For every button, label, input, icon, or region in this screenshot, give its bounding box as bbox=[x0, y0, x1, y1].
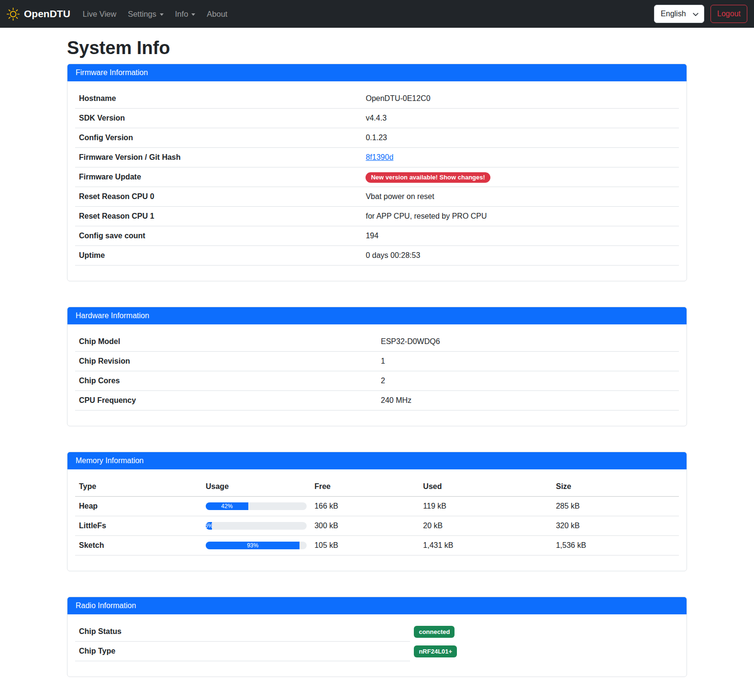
progress-bar: 42% bbox=[206, 502, 248, 510]
row-value: 2 bbox=[377, 371, 679, 391]
table-row: Chip Type nRF24L01+ bbox=[75, 642, 679, 661]
table-row: Config Version 0.1.23 bbox=[75, 128, 679, 148]
row-value: for APP CPU, reseted by PRO CPU bbox=[362, 207, 679, 226]
brand[interactable]: OpenDTU bbox=[7, 8, 70, 21]
row-label: Chip Revision bbox=[75, 352, 377, 371]
row-value: ESP32-D0WDQ6 bbox=[377, 332, 679, 352]
memory-size: 285 kB bbox=[552, 497, 679, 516]
progress-bar: 6% bbox=[206, 522, 212, 530]
firmware-card-header: Firmware Information bbox=[67, 64, 687, 81]
firmware-information-card: Firmware Information Hostname OpenDTU-0E… bbox=[67, 64, 687, 281]
row-value: 194 bbox=[362, 226, 679, 246]
row-label: Chip Status bbox=[75, 622, 410, 642]
row-value: 0.1.23 bbox=[362, 128, 679, 148]
git-hash-link[interactable]: 8f1390d bbox=[366, 153, 393, 161]
nav-link-settings[interactable]: Settings bbox=[124, 6, 167, 22]
row-value: OpenDTU-0E12C0 bbox=[362, 89, 679, 109]
row-label: Reset Reason CPU 1 bbox=[75, 207, 362, 226]
memory-card-body: Type Usage Free Used Size Heap 42% bbox=[67, 469, 687, 571]
row-value: v4.4.3 bbox=[362, 109, 679, 128]
radio-card-body: Chip Status connected Chip Type nRF24L01… bbox=[67, 614, 687, 677]
nav-link-info-label: Info bbox=[175, 10, 188, 19]
nav-link-settings-label: Settings bbox=[128, 10, 156, 19]
row-value: 240 MHz bbox=[377, 391, 679, 411]
row-label: Config save count bbox=[75, 226, 362, 246]
column-header-free: Free bbox=[310, 477, 419, 497]
table-row: Firmware Update New version available! S… bbox=[75, 167, 679, 187]
table-row: LittleFs 6% 300 kB 20 kB 320 kB bbox=[75, 516, 679, 536]
table-row: CPU Frequency 240 MHz bbox=[75, 391, 679, 411]
nav-link-info[interactable]: Info bbox=[171, 6, 200, 22]
column-header-usage: Usage bbox=[202, 477, 310, 497]
table-row: Heap 42% 166 kB 119 kB 285 kB bbox=[75, 497, 679, 516]
language-select[interactable]: English bbox=[654, 5, 704, 23]
table-row: Chip Status connected bbox=[75, 622, 679, 642]
hardware-information-card: Hardware Information Chip Model ESP32-D0… bbox=[67, 307, 687, 426]
chip-status-badge: connected bbox=[414, 626, 455, 638]
row-label: Reset Reason CPU 0 bbox=[75, 187, 362, 207]
row-label: Config Version bbox=[75, 128, 362, 148]
hardware-card-body: Chip Model ESP32-D0WDQ6 Chip Revision 1 … bbox=[67, 324, 687, 426]
progress-bar: 93% bbox=[206, 542, 299, 549]
row-value: nRF24L01+ bbox=[410, 642, 679, 661]
progress-track: 42% bbox=[206, 502, 307, 510]
language-select-value: English bbox=[661, 10, 686, 18]
table-header-row: Type Usage Free Used Size bbox=[75, 477, 679, 497]
memory-usage-cell: 93% bbox=[202, 536, 310, 556]
main-container: System Info Firmware Information Hostnam… bbox=[61, 38, 693, 677]
row-value: connected bbox=[410, 622, 679, 642]
table-row: Uptime 0 days 00:28:53 bbox=[75, 246, 679, 266]
column-header-size: Size bbox=[552, 477, 679, 497]
row-label: Firmware Update bbox=[75, 167, 362, 187]
hardware-table: Chip Model ESP32-D0WDQ6 Chip Revision 1 … bbox=[75, 332, 679, 411]
memory-table: Type Usage Free Used Size Heap 42% bbox=[75, 477, 679, 556]
row-label: Chip Cores bbox=[75, 371, 377, 391]
chip-type-badge: nRF24L01+ bbox=[414, 645, 457, 657]
brand-label: OpenDTU bbox=[24, 8, 70, 20]
row-label: Chip Model bbox=[75, 332, 377, 352]
table-row: Firmware Version / Git Hash 8f1390d bbox=[75, 148, 679, 167]
row-value: New version available! Show changes! bbox=[362, 167, 679, 187]
row-value: 1 bbox=[377, 352, 679, 371]
firmware-update-badge[interactable]: New version available! Show changes! bbox=[366, 172, 490, 183]
progress-track: 93% bbox=[206, 542, 307, 549]
firmware-table: Hostname OpenDTU-0E12C0 SDK Version v4.4… bbox=[75, 89, 679, 266]
nav-link-live-view[interactable]: Live View bbox=[79, 6, 120, 22]
memory-size: 320 kB bbox=[552, 516, 679, 536]
column-header-used: Used bbox=[419, 477, 552, 497]
navbar: OpenDTU Live View Settings Info About En… bbox=[0, 0, 754, 28]
firmware-card-body: Hostname OpenDTU-0E12C0 SDK Version v4.4… bbox=[67, 81, 687, 281]
chevron-down-icon bbox=[191, 13, 195, 16]
memory-free: 300 kB bbox=[310, 516, 419, 536]
memory-usage-cell: 6% bbox=[202, 516, 310, 536]
nav-link-about[interactable]: About bbox=[203, 6, 231, 22]
memory-type: Sketch bbox=[75, 536, 202, 556]
row-label: SDK Version bbox=[75, 109, 362, 128]
table-row: Reset Reason CPU 0 Vbat power on reset bbox=[75, 187, 679, 207]
row-label: Firmware Version / Git Hash bbox=[75, 148, 362, 167]
nav-link-about-label: About bbox=[207, 10, 227, 19]
memory-type: Heap bbox=[75, 497, 202, 516]
memory-free: 105 kB bbox=[310, 536, 419, 556]
row-label: Chip Type bbox=[75, 642, 410, 661]
column-header-type: Type bbox=[75, 477, 202, 497]
chevron-down-icon bbox=[160, 13, 164, 16]
progress-track: 6% bbox=[206, 522, 307, 530]
table-row: Chip Revision 1 bbox=[75, 352, 679, 371]
memory-card-header: Memory Information bbox=[67, 452, 687, 469]
row-value: 0 days 00:28:53 bbox=[362, 246, 679, 266]
table-row: Hostname OpenDTU-0E12C0 bbox=[75, 89, 679, 109]
row-value: 8f1390d bbox=[362, 148, 679, 167]
table-row: Reset Reason CPU 1 for APP CPU, reseted … bbox=[75, 207, 679, 226]
row-label: Uptime bbox=[75, 246, 362, 266]
memory-free: 166 kB bbox=[310, 497, 419, 516]
memory-usage-cell: 42% bbox=[202, 497, 310, 516]
logout-button[interactable]: Logout bbox=[710, 5, 747, 23]
row-label: CPU Frequency bbox=[75, 391, 377, 411]
chevron-down-icon bbox=[692, 11, 699, 20]
row-value: Vbat power on reset bbox=[362, 187, 679, 207]
table-row: Chip Cores 2 bbox=[75, 371, 679, 391]
memory-type: LittleFs bbox=[75, 516, 202, 536]
nav-link-live-view-label: Live View bbox=[83, 10, 116, 19]
radio-information-card: Radio Information Chip Status connected … bbox=[67, 597, 687, 677]
